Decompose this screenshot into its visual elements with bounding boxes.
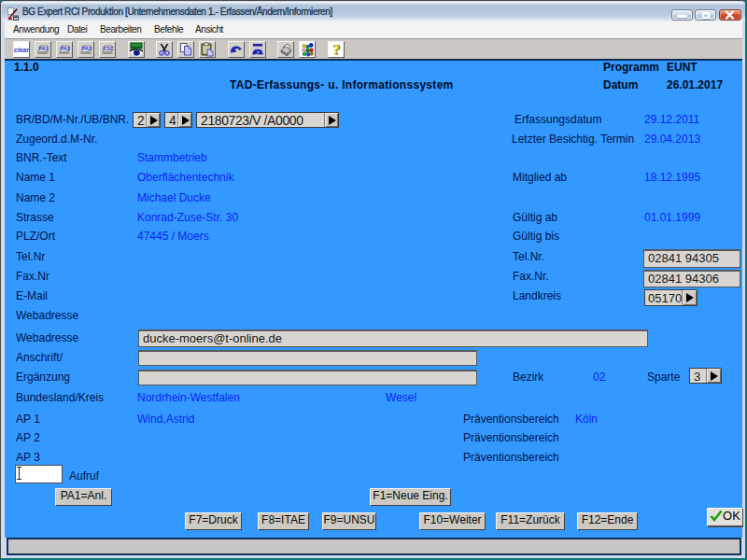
svg-text:clear: clear: [14, 47, 29, 53]
svg-text:ESC: ESC: [103, 46, 113, 51]
svg-text:PA1: PA1: [39, 46, 49, 51]
svg-text:PA3: PA3: [82, 46, 92, 51]
svg-text:?: ?: [332, 42, 341, 57]
svg-text:PA2: PA2: [61, 46, 70, 51]
